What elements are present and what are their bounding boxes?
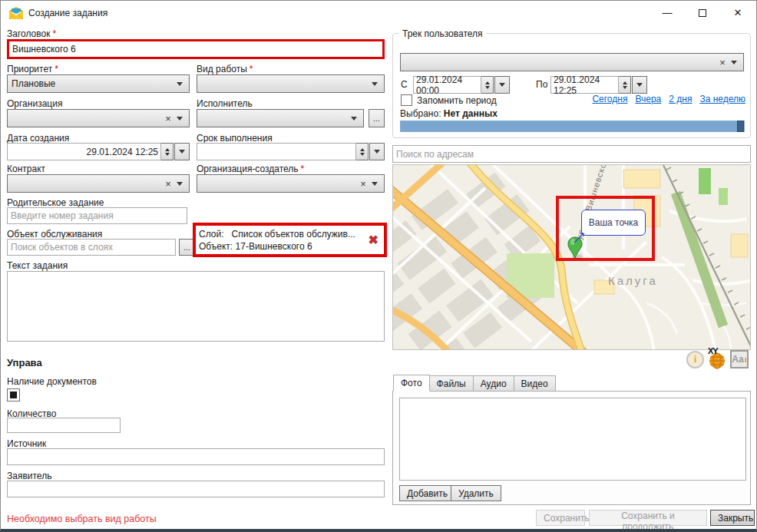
layer-row: Слой: Список объектов обслужив... (199, 228, 366, 240)
coordinates-globe-icon[interactable]: XY (707, 349, 727, 369)
calendar-dropdown-icon[interactable] (632, 76, 647, 94)
attachments-panel: Добавить Удалить (392, 391, 751, 505)
labels-toggle-button[interactable]: Aaı (730, 350, 749, 368)
remember-period-checkbox[interactable] (401, 94, 412, 106)
chevron-down-icon[interactable] (351, 117, 357, 121)
parent-task-input[interactable] (7, 207, 187, 224)
executor-browse-button[interactable]: ... (369, 109, 385, 127)
slider-handle[interactable] (737, 121, 744, 132)
dialog-footer: Сохранить Сохранить и продолжить Закрыть (1, 506, 757, 530)
object-value: 17-Вишневского 6 (236, 241, 312, 252)
contract-combobox[interactable]: × (7, 174, 190, 193)
remove-object-icon[interactable]: ✖ (366, 233, 381, 247)
priority-label: Приоритет* (7, 64, 58, 74)
task-text-area[interactable] (7, 271, 385, 342)
map-view[interactable]: Калуга улица Вишневского Ваша точка (392, 164, 751, 350)
calendar-dropdown-icon[interactable] (494, 76, 510, 94)
info-icon[interactable]: i (686, 351, 704, 368)
documents-label: Наличие документов (7, 376, 97, 387)
source-input[interactable] (7, 448, 385, 465)
calendar-dropdown-icon[interactable] (369, 143, 385, 160)
organization-combobox[interactable]: × (7, 109, 190, 127)
link-today[interactable]: Сегодня (592, 94, 627, 104)
close-button[interactable]: ✕ (725, 5, 751, 21)
header-input[interactable] (7, 39, 385, 59)
tab-files[interactable]: Файлы (430, 375, 474, 392)
uprava-section-header: Управа (7, 357, 42, 368)
chevron-down-icon[interactable] (372, 82, 378, 86)
documents-checkbox[interactable] (7, 388, 20, 401)
add-button[interactable]: Добавить (399, 485, 455, 501)
maximize-icon (699, 9, 706, 17)
parent-task-label: Родительское задание (7, 197, 104, 208)
required-asterisk: * (250, 64, 253, 74)
required-asterisk: * (52, 28, 56, 39)
clear-icon[interactable]: × (161, 178, 175, 190)
spinner-icon[interactable] (356, 143, 369, 160)
city-label: Калуга (608, 274, 658, 287)
creator-org-combobox[interactable]: × (197, 174, 385, 193)
remove-button[interactable]: Удалить (451, 485, 501, 501)
link-yesterday[interactable]: Вчера (635, 94, 661, 104)
priority-value: Плановые (8, 78, 175, 89)
spinner-icon[interactable] (481, 76, 494, 94)
service-object-label: Объект обслуживания (7, 229, 102, 240)
spinner-icon[interactable] (619, 76, 631, 94)
applicant-label: Заявитель (7, 471, 51, 481)
remember-period-label: Запомнить период (417, 95, 497, 106)
chevron-down-icon[interactable] (372, 182, 378, 186)
tab-photo[interactable]: Фото (393, 375, 430, 392)
created-value[interactable]: 29.01.2024 12:25 (7, 143, 161, 160)
service-object-search-input[interactable] (7, 239, 176, 256)
track-user-combobox[interactable]: × (400, 53, 744, 71)
from-value[interactable]: 29.01.2024 00:00 (413, 76, 481, 94)
executor-combobox[interactable] (197, 109, 364, 127)
quantity-input[interactable] (7, 418, 121, 433)
your-point-callout[interactable]: Ваша точка (581, 210, 646, 236)
maximize-button[interactable] (689, 5, 716, 21)
callout-tail (573, 232, 585, 244)
save-continue-button[interactable]: Сохранить и продолжить (589, 510, 707, 526)
address-search-input[interactable] (392, 145, 751, 163)
worktype-combobox[interactable] (197, 74, 385, 93)
link-2days[interactable]: 2 дня (669, 94, 692, 104)
save-button[interactable]: Сохранить (536, 510, 585, 526)
tab-video[interactable]: Видео (514, 375, 556, 392)
track-range-slider[interactable] (400, 121, 745, 132)
tab-audio[interactable]: Аудио (474, 375, 514, 392)
minimize-button[interactable]: — (654, 5, 680, 21)
photo-list[interactable] (399, 398, 746, 481)
to-datepicker[interactable]: 29.01.2024 12:25 (550, 76, 647, 94)
created-label: Дата создания (7, 133, 69, 144)
quick-range-links: СегодняВчера2 дняЗа неделю (538, 94, 745, 104)
header-label: Заголовок* (7, 28, 56, 39)
chevron-down-icon[interactable] (731, 61, 737, 64)
created-datepicker[interactable]: 29.01.2024 12:25 (7, 143, 190, 160)
chevron-down-icon[interactable] (177, 182, 183, 186)
chevron-down-icon[interactable] (177, 82, 183, 86)
close-dialog-button[interactable]: Закрыть (710, 510, 755, 526)
required-asterisk: * (55, 64, 58, 74)
clear-icon[interactable]: × (356, 178, 370, 190)
due-label: Срок выполнения (197, 133, 273, 144)
app-envelope-icon (8, 6, 24, 20)
selected-object-box: Слой: Список объектов обслужив... Объект… (193, 223, 387, 257)
applicant-input[interactable] (7, 481, 385, 497)
clear-icon[interactable]: × (161, 113, 175, 124)
mini-pin-icon: ı (745, 355, 747, 364)
from-datepicker[interactable]: 29.01.2024 00:00 (413, 76, 510, 94)
spinner-icon[interactable] (161, 143, 174, 160)
selected-status: Выбрано: Нет данных (400, 108, 498, 119)
layer-key: Слой: (199, 229, 224, 240)
clear-icon[interactable]: × (716, 57, 729, 68)
due-datepicker[interactable] (197, 143, 385, 160)
title-bar: Создание задания — ✕ (1, 1, 756, 25)
link-week[interactable]: За неделю (699, 94, 745, 104)
to-label: По (536, 79, 547, 90)
window-title: Создание задания (28, 8, 107, 18)
to-value[interactable]: 29.01.2024 12:25 (550, 76, 619, 94)
executor-label: Исполнитель (197, 98, 253, 109)
priority-combobox[interactable]: Плановые (7, 74, 190, 93)
chevron-down-icon[interactable] (177, 117, 183, 121)
calendar-dropdown-icon[interactable] (174, 143, 190, 160)
